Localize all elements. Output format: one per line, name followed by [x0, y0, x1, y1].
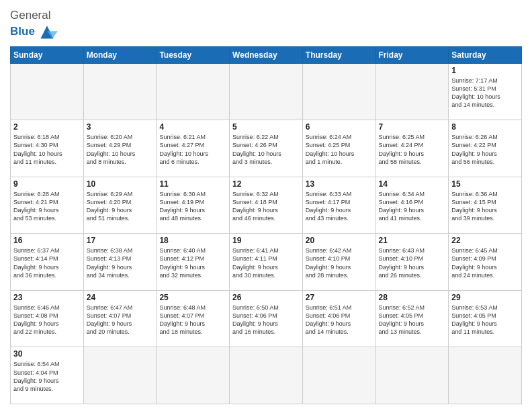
day-info: Sunrise: 6:28 AM Sunset: 4:21 PM Dayligh…: [13, 190, 81, 223]
day-info: Sunrise: 6:18 AM Sunset: 4:30 PM Dayligh…: [13, 133, 81, 166]
weekday-header-sunday: Sunday: [11, 46, 84, 63]
day-number: 30: [13, 349, 81, 359]
day-info: Sunrise: 6:21 AM Sunset: 4:27 PM Dayligh…: [159, 133, 226, 166]
calendar-cell: 2Sunrise: 6:18 AM Sunset: 4:30 PM Daylig…: [11, 120, 84, 177]
calendar-cell: 18Sunrise: 6:40 AM Sunset: 4:12 PM Dayli…: [157, 234, 230, 291]
day-number: 12: [232, 179, 300, 189]
day-info: Sunrise: 6:26 AM Sunset: 4:22 PM Dayligh…: [451, 133, 519, 166]
day-number: 14: [379, 179, 446, 189]
calendar-cell: [449, 347, 522, 404]
day-number: 7: [379, 122, 446, 132]
calendar-cell: [157, 63, 230, 120]
day-info: Sunrise: 6:32 AM Sunset: 4:18 PM Dayligh…: [232, 190, 300, 223]
day-info: Sunrise: 6:20 AM Sunset: 4:29 PM Dayligh…: [87, 133, 154, 166]
logo-icon: [36, 22, 58, 41]
day-number: 5: [232, 122, 300, 132]
day-info: Sunrise: 6:50 AM Sunset: 4:06 PM Dayligh…: [232, 304, 300, 336]
calendar-cell: 29Sunrise: 6:53 AM Sunset: 4:05 PM Dayli…: [449, 290, 522, 347]
calendar-cell: 23Sunrise: 6:46 AM Sunset: 4:08 PM Dayli…: [11, 290, 84, 347]
calendar-cell: [230, 347, 303, 404]
calendar-cell: 10Sunrise: 6:29 AM Sunset: 4:20 PM Dayli…: [83, 177, 157, 234]
day-number: 25: [159, 293, 226, 302]
day-info: Sunrise: 6:40 AM Sunset: 4:12 PM Dayligh…: [159, 246, 226, 279]
day-number: 9: [13, 179, 81, 189]
day-info: Sunrise: 6:29 AM Sunset: 4:20 PM Dayligh…: [87, 190, 154, 223]
day-info: Sunrise: 6:51 AM Sunset: 4:06 PM Dayligh…: [306, 304, 373, 336]
weekday-header-saturday: Saturday: [449, 46, 522, 63]
calendar-cell: 17Sunrise: 6:38 AM Sunset: 4:13 PM Dayli…: [83, 234, 157, 291]
day-number: 17: [87, 236, 154, 245]
day-info: Sunrise: 6:41 AM Sunset: 4:11 PM Dayligh…: [232, 246, 300, 279]
calendar-cell: 20Sunrise: 6:42 AM Sunset: 4:10 PM Dayli…: [302, 234, 375, 291]
logo-general: General: [10, 9, 50, 21]
logo: General Blue: [10, 9, 58, 41]
day-info: Sunrise: 6:33 AM Sunset: 4:17 PM Dayligh…: [306, 190, 373, 223]
logo-blue: Blue: [10, 25, 35, 38]
day-info: Sunrise: 6:30 AM Sunset: 4:19 PM Dayligh…: [159, 190, 226, 223]
day-info: Sunrise: 6:43 AM Sunset: 4:10 PM Dayligh…: [379, 246, 446, 279]
day-info: Sunrise: 6:34 AM Sunset: 4:16 PM Dayligh…: [379, 190, 446, 223]
calendar-page: General Blue SundayMondayTuesdayWednesda…: [0, 0, 532, 411]
day-number: 20: [306, 236, 373, 245]
calendar-cell: 14Sunrise: 6:34 AM Sunset: 4:16 PM Dayli…: [375, 177, 449, 234]
day-number: 6: [306, 122, 373, 132]
calendar-cell: [302, 63, 375, 120]
calendar-cell: 26Sunrise: 6:50 AM Sunset: 4:06 PM Dayli…: [230, 290, 303, 347]
day-number: 10: [87, 179, 154, 189]
day-number: 27: [306, 293, 373, 302]
day-number: 2: [13, 122, 81, 132]
calendar-cell: [83, 63, 157, 120]
day-number: 1: [451, 66, 519, 75]
day-info: Sunrise: 6:46 AM Sunset: 4:08 PM Dayligh…: [13, 304, 81, 336]
calendar-cell: [83, 347, 157, 404]
day-info: Sunrise: 6:37 AM Sunset: 4:14 PM Dayligh…: [13, 246, 81, 279]
day-info: Sunrise: 6:53 AM Sunset: 4:05 PM Dayligh…: [451, 304, 519, 336]
calendar-cell: 9Sunrise: 6:28 AM Sunset: 4:21 PM Daylig…: [11, 177, 84, 234]
day-number: 28: [379, 293, 446, 302]
calendar-cell: 3Sunrise: 6:20 AM Sunset: 4:29 PM Daylig…: [83, 120, 157, 177]
calendar-cell: 13Sunrise: 6:33 AM Sunset: 4:17 PM Dayli…: [302, 177, 375, 234]
calendar-cell: 8Sunrise: 6:26 AM Sunset: 4:22 PM Daylig…: [449, 120, 522, 177]
calendar-cell: 11Sunrise: 6:30 AM Sunset: 4:19 PM Dayli…: [157, 177, 230, 234]
calendar-cell: 22Sunrise: 6:45 AM Sunset: 4:09 PM Dayli…: [449, 234, 522, 291]
week-row-2: 2Sunrise: 6:18 AM Sunset: 4:30 PM Daylig…: [11, 120, 522, 177]
calendar-cell: 4Sunrise: 6:21 AM Sunset: 4:27 PM Daylig…: [157, 120, 230, 177]
day-number: 19: [232, 236, 300, 245]
calendar-cell: 24Sunrise: 6:47 AM Sunset: 4:07 PM Dayli…: [83, 290, 157, 347]
day-info: Sunrise: 6:48 AM Sunset: 4:07 PM Dayligh…: [159, 304, 226, 336]
day-number: 13: [306, 179, 373, 189]
calendar-cell: [375, 63, 449, 120]
day-number: 22: [451, 236, 519, 245]
calendar-cell: 7Sunrise: 6:25 AM Sunset: 4:24 PM Daylig…: [375, 120, 449, 177]
calendar-cell: 21Sunrise: 6:43 AM Sunset: 4:10 PM Dayli…: [375, 234, 449, 291]
calendar-cell: 28Sunrise: 6:52 AM Sunset: 4:05 PM Dayli…: [375, 290, 449, 347]
calendar-table: SundayMondayTuesdayWednesdayThursdayFrid…: [10, 46, 522, 404]
calendar-cell: 16Sunrise: 6:37 AM Sunset: 4:14 PM Dayli…: [11, 234, 84, 291]
calendar-cell: [157, 347, 230, 404]
weekday-header-friday: Friday: [375, 46, 449, 63]
day-number: 3: [87, 122, 154, 132]
day-number: 21: [379, 236, 446, 245]
day-info: Sunrise: 6:24 AM Sunset: 4:25 PM Dayligh…: [306, 133, 373, 166]
day-number: 8: [451, 122, 519, 132]
day-info: Sunrise: 7:17 AM Sunset: 5:31 PM Dayligh…: [451, 77, 519, 109]
day-number: 16: [13, 236, 81, 245]
calendar-cell: [375, 347, 449, 404]
calendar-cell: 12Sunrise: 6:32 AM Sunset: 4:18 PM Dayli…: [230, 177, 303, 234]
weekday-header-wednesday: Wednesday: [230, 46, 303, 63]
day-number: 18: [159, 236, 226, 245]
day-number: 23: [13, 293, 81, 302]
day-info: Sunrise: 6:25 AM Sunset: 4:24 PM Dayligh…: [379, 133, 446, 166]
header: General Blue: [10, 7, 522, 41]
weekday-header-tuesday: Tuesday: [157, 46, 230, 63]
day-number: 4: [159, 122, 226, 132]
day-info: Sunrise: 6:36 AM Sunset: 4:15 PM Dayligh…: [451, 190, 519, 223]
day-number: 15: [451, 179, 519, 189]
day-info: Sunrise: 6:47 AM Sunset: 4:07 PM Dayligh…: [87, 304, 154, 336]
week-row-1: 1Sunrise: 7:17 AM Sunset: 5:31 PM Daylig…: [11, 63, 522, 120]
week-row-3: 9Sunrise: 6:28 AM Sunset: 4:21 PM Daylig…: [11, 177, 522, 234]
calendar-cell: 15Sunrise: 6:36 AM Sunset: 4:15 PM Dayli…: [449, 177, 522, 234]
calendar-cell: [302, 347, 375, 404]
calendar-cell: 30Sunrise: 6:54 AM Sunset: 4:04 PM Dayli…: [11, 347, 84, 404]
calendar-cell: 6Sunrise: 6:24 AM Sunset: 4:25 PM Daylig…: [302, 120, 375, 177]
